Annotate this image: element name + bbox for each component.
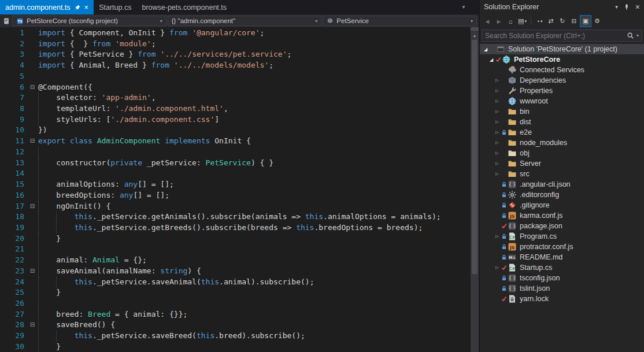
tree-item-label: package.json xyxy=(520,222,562,230)
tree-item-tsconfig-json[interactable]: { }tsconfig.json xyxy=(480,273,644,283)
tree-item-dist[interactable]: ▷dist xyxy=(480,117,644,127)
scrollbar-thumb[interactable] xyxy=(472,40,478,274)
tree-item-label: e2e xyxy=(520,128,532,136)
tab-startup-cs[interactable]: Startup.cs xyxy=(94,0,136,14)
tree-item-dependencies[interactable]: ▷Dependencies xyxy=(480,75,644,86)
tab-list-chevron-icon[interactable]: ▼ xyxy=(461,5,466,10)
tab-admin-component-ts[interactable]: admin.component.ts× xyxy=(0,0,94,14)
refresh-icon[interactable]: ↻ xyxy=(557,16,568,27)
pin-icon[interactable] xyxy=(74,4,81,11)
tree-item-protractor-conf-js[interactable]: JSprotractor.conf.js xyxy=(480,242,644,252)
tree-item-label: dist xyxy=(520,118,531,126)
tree-item-label: Solution 'PetStoreCore' (1 project) xyxy=(508,45,617,53)
collapsed-arrow-icon[interactable]: ▷ xyxy=(494,234,501,239)
code-line-21: 21 xyxy=(0,244,471,255)
search-icon[interactable] xyxy=(627,32,634,39)
auto-hide-pin-icon[interactable] xyxy=(623,3,630,10)
close-panel-icon[interactable]: × xyxy=(635,2,640,12)
tree-item-e2e[interactable]: ▷e2e xyxy=(480,127,644,138)
window-position-chevron-icon[interactable]: ▾ xyxy=(615,4,618,10)
collapsed-arrow-icon[interactable]: ▷ xyxy=(494,99,501,103)
tree-item-bin[interactable]: ▷bin xyxy=(480,106,644,117)
collapsed-arrow-icon[interactable]: ▷ xyxy=(494,88,501,93)
tree-item-node-modules[interactable]: ▷node_modules xyxy=(480,138,644,148)
tab-browse-pets-component-ts[interactable]: browse-pets.component.ts xyxy=(136,0,232,14)
tree-item-wwwroot[interactable]: ▷wwwroot xyxy=(480,96,644,106)
tree-item-label: .angular-cli.json xyxy=(520,180,571,188)
tree-item-gitignore[interactable]: .gitignore xyxy=(480,200,644,210)
switch-views-icon[interactable]: ▤▾ xyxy=(517,16,528,27)
collapsed-arrow-icon[interactable]: ▷ xyxy=(494,140,501,145)
editor-group: admin.component.ts×Startup.csbrowse-pets… xyxy=(0,0,479,352)
collapsed-arrow-icon[interactable]: ▷ xyxy=(494,265,501,270)
collapse-all-icon[interactable]: ⊟ xyxy=(569,16,579,27)
pending-changes-filter-icon[interactable]: ◔▾ xyxy=(534,16,545,27)
forward-icon[interactable]: ► xyxy=(494,16,504,27)
collapsed-arrow-icon[interactable]: ▷ xyxy=(494,78,501,83)
code-text xyxy=(38,147,471,158)
tree-item-label: PetStoreCore xyxy=(514,55,560,64)
expanded-arrow-icon[interactable]: ◢ xyxy=(488,57,495,62)
fold-margin xyxy=(27,234,38,244)
json-icon: { } xyxy=(508,221,518,231)
collapsed-arrow-icon[interactable]: ▷ xyxy=(494,109,501,114)
git-icon xyxy=(508,201,518,210)
tree-item-solution-petstorecore-1-project[interactable]: ◢Solution 'PetStoreCore' (1 project) xyxy=(480,44,644,54)
tree-item-yarn-lock[interactable]: yarn.lock xyxy=(480,294,644,304)
tree-item-connected-services[interactable]: Connected Services xyxy=(480,65,644,75)
tree-item-tslint-json[interactable]: { }tslint.json xyxy=(480,283,644,294)
code-text: styleUrls: ['./admin.component.css'] xyxy=(38,114,471,125)
code-line-20: 20 } xyxy=(0,234,471,244)
fold-collapse-icon[interactable]: ⊟ xyxy=(27,320,38,331)
member-dropdown[interactable]: PetService ▾ xyxy=(323,16,477,26)
tree-item-startup-cs[interactable]: ▷C#Startup.cs xyxy=(480,262,644,273)
fold-collapse-icon[interactable]: ⊟ xyxy=(27,82,38,93)
tree-item-src[interactable]: ▷src xyxy=(480,169,644,179)
line-number: 1 xyxy=(0,28,27,39)
tree-item-label: src xyxy=(520,170,530,178)
properties-icon[interactable]: ⚙ xyxy=(592,16,602,27)
show-all-files-icon[interactable]: ▣ xyxy=(580,16,591,27)
code-editor[interactable]: 1import { Component, OnInit } from '@ang… xyxy=(0,27,479,352)
code-text: import { PetService } from '../../servic… xyxy=(38,49,471,60)
fold-collapse-icon[interactable]: ⊟ xyxy=(27,201,38,212)
tree-item-editorconfig[interactable]: .editorconfig xyxy=(480,190,644,200)
tree-item-karma-conf-js[interactable]: JSkarma.conf.js xyxy=(480,210,644,221)
collapsed-arrow-icon[interactable]: ▷ xyxy=(494,151,501,155)
fold-margin xyxy=(27,125,38,136)
lock-badge-icon xyxy=(501,213,508,218)
expanded-arrow-icon[interactable]: ◢ xyxy=(482,47,489,52)
search-options-chevron-icon[interactable]: ▾ xyxy=(636,33,639,38)
code-line-4: 4import { Animal, Breed } from '../../mo… xyxy=(0,60,471,71)
project-dropdown[interactable]: TS PetStoreCore (tsconfig project) ▾ xyxy=(12,16,166,26)
home-icon[interactable]: ⌂ xyxy=(505,16,516,27)
tree-item-label: Connected Services xyxy=(520,66,584,74)
scroll-up-icon[interactable]: ▲ xyxy=(471,32,479,39)
element-dropdown[interactable]: {} "admin.component" ▾ xyxy=(168,16,322,26)
search-box[interactable]: ▾ xyxy=(482,29,642,42)
tree-item-readme-md[interactable]: M↓README.md xyxy=(480,252,644,262)
tree-item-package-json[interactable]: { }package.json xyxy=(480,221,644,231)
tree-item-petstorecore[interactable]: ◢PetStoreCore xyxy=(480,54,644,65)
collapsed-arrow-icon[interactable]: ▷ xyxy=(494,172,501,176)
collapsed-arrow-icon[interactable]: ▷ xyxy=(494,161,501,166)
line-number: 3 xyxy=(0,49,27,60)
back-icon[interactable]: ◄ xyxy=(482,16,493,27)
line-number: 13 xyxy=(0,158,27,169)
tree-item-program-cs[interactable]: ▷C#Program.cs xyxy=(480,231,644,242)
collapsed-arrow-icon[interactable]: ▷ xyxy=(494,120,501,124)
collapsed-arrow-icon[interactable]: ▷ xyxy=(494,130,501,135)
lock-badge-icon xyxy=(501,129,508,135)
fold-collapse-icon[interactable]: ⊟ xyxy=(27,136,38,147)
search-input[interactable] xyxy=(485,32,624,40)
sync-with-active-document-icon[interactable]: ⇄ xyxy=(546,16,556,27)
tree-item-server[interactable]: ▷Server xyxy=(480,158,644,169)
close-icon[interactable]: × xyxy=(84,3,89,11)
tree-item-properties[interactable]: ▷Properties xyxy=(480,86,644,96)
code-line-1: 1import { Component, OnInit } from '@ang… xyxy=(0,28,471,39)
tree-item-obj[interactable]: ▷obj xyxy=(480,148,644,158)
fold-collapse-icon[interactable]: ⊟ xyxy=(27,266,38,277)
tree-item-angular-cli-json[interactable]: { }.angular-cli.json xyxy=(480,179,644,190)
editor-scrollbar[interactable]: ▲ xyxy=(471,27,479,352)
split-grip[interactable] xyxy=(471,27,479,32)
